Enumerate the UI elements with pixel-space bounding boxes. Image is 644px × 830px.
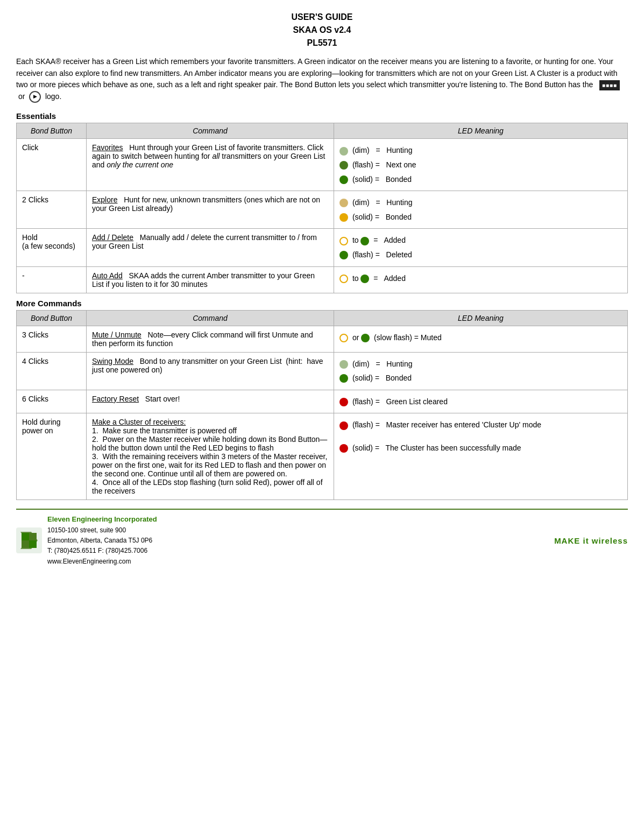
more-commands-title: More Commands: [16, 299, 628, 308]
company-info-section: Eleven Engineering Incorporated 10150-10…: [16, 514, 157, 567]
cmd-title: Favorites: [92, 143, 123, 152]
table-row: 4 Clicks Swing Mode Bond to any transmit…: [17, 352, 628, 390]
company-logo-icon: [16, 527, 42, 553]
cmd-cell: Add / Delete Manually add / delete the c…: [87, 229, 334, 266]
led-red-flash-icon: [339, 421, 348, 430]
cmd-title: Mute / Unmute: [92, 330, 141, 339]
led-green-solid-icon: [360, 237, 369, 245]
cmd-cell: Swing Mode Bond to any transmitter on yo…: [87, 352, 334, 390]
led-green-solid-icon: [339, 374, 348, 383]
led-green-dim-icon: [339, 360, 348, 369]
led-cell: or (slow flash) = Muted: [334, 326, 628, 352]
led-amber-solid-icon: [339, 213, 348, 222]
led-cell: (dim) = Hunting (flash) = Next one (soli…: [334, 139, 628, 191]
bond-cell: 6 Clicks: [17, 390, 87, 413]
led-cell: (dim) = Hunting (solid) = Bonded: [334, 352, 628, 390]
led-amber-dim-icon: [339, 199, 348, 207]
led-cell: to = Added: [334, 266, 628, 293]
bond-cell: Hold(a few seconds): [17, 229, 87, 266]
more-commands-table: Bond Button Command LED Meaning 3 Clicks…: [16, 310, 628, 501]
table-row: Click Favorites Hunt through your Green …: [17, 139, 628, 191]
led-amber-outline-icon: [339, 275, 348, 283]
bond-cell: 3 Clicks: [17, 326, 87, 352]
bond-cell: Hold duringpower on: [17, 413, 87, 500]
led-green-solid-icon: [339, 251, 348, 259]
tagline: MAKE it wireless: [554, 536, 628, 545]
bond-cell: -: [17, 266, 87, 293]
bond-cell: 2 Clicks: [17, 191, 87, 229]
company-address2: Edmonton, Alberta, Canada T5J 0P6: [47, 536, 157, 546]
th-bond-button: Bond Button: [17, 123, 87, 139]
footer: Eleven Engineering Incorporated 10150-10…: [16, 509, 628, 567]
bond-cell: 4 Clicks: [17, 352, 87, 390]
cmd-cell: Factory Reset Start over!: [87, 390, 334, 413]
cmd-title: Swing Mode: [92, 357, 133, 365]
led-green-solid-icon: [361, 334, 370, 342]
cmd-cell: Explore Hunt for new, unknown transmitte…: [87, 191, 334, 229]
company-phone: T: (780)425.6511 F: (780)425.7006: [47, 546, 157, 556]
cmd-cell: Make a Cluster of receivers: 1. Make sur…: [87, 413, 334, 500]
company-address1: 10150-100 street, suite 900: [47, 525, 157, 536]
table-row: 2 Clicks Explore Hunt for new, unknown t…: [17, 191, 628, 229]
cmd-cell: Auto Add SKAA adds the current Amber tra…: [87, 266, 334, 293]
th-bond-button: Bond Button: [17, 310, 87, 326]
essentials-table: Bond Button Command LED Meaning Click Fa…: [16, 123, 628, 293]
bond-cell: Click: [17, 139, 87, 191]
table-row: 6 Clicks Factory Reset Start over! (flas…: [17, 390, 628, 413]
intro-paragraph: Each SKAA® receiver has a Green List whi…: [16, 56, 628, 103]
cmd-cell: Favorites Hunt through your Green List o…: [87, 139, 334, 191]
bond-logo-circle: [29, 91, 41, 103]
svg-rect-3: [29, 533, 37, 540]
page-title: USER'S GUIDE SKAA OS v2.4 PL5571: [16, 11, 628, 50]
led-amber-outline-icon: [339, 334, 348, 342]
svg-rect-5: [29, 540, 37, 548]
led-amber-outline-icon: [339, 237, 348, 245]
th-led-meaning: LED Meaning: [334, 123, 628, 139]
led-cell: (flash) = Master receiver has entered 'C…: [334, 413, 628, 500]
led-cell: to = Added (flash) = Deleted: [334, 229, 628, 266]
cmd-title: Factory Reset: [92, 395, 139, 403]
table-row: Hold duringpower on Make a Cluster of re…: [17, 413, 628, 500]
company-name: Eleven Engineering Incorporated: [47, 514, 157, 525]
th-command: Command: [87, 123, 334, 139]
svg-rect-4: [22, 540, 29, 548]
led-cell: (dim) = Hunting (solid) = Bonded: [334, 191, 628, 229]
svg-rect-2: [22, 533, 29, 540]
led-green-solid-icon: [360, 275, 369, 283]
bond-icon-squares: ■■■■: [599, 80, 620, 91]
cmd-title: Auto Add: [92, 271, 123, 280]
led-red-solid-icon: [339, 444, 348, 453]
table-row: - Auto Add SKAA adds the current Amber t…: [17, 266, 628, 293]
cmd-cell: Mute / Unmute Note—every Click command w…: [87, 326, 334, 352]
led-green-dim-icon: [339, 147, 348, 156]
led-cell: (flash) = Green List cleared: [334, 390, 628, 413]
th-command: Command: [87, 310, 334, 326]
led-green-flash-icon: [339, 161, 348, 170]
company-web: www.ElevenEngineering.com: [47, 557, 157, 567]
table-row: 3 Clicks Mute / Unmute Note—every Click …: [17, 326, 628, 352]
table-row: Hold(a few seconds) Add / Delete Manuall…: [17, 229, 628, 266]
th-led-meaning: LED Meaning: [334, 310, 628, 326]
company-details: Eleven Engineering Incorporated 10150-10…: [47, 514, 157, 567]
cmd-title: Make a Cluster of receivers:: [92, 418, 186, 426]
cmd-title: Explore: [92, 195, 117, 204]
led-red-flash-icon: [339, 398, 348, 406]
led-green-solid-icon: [339, 175, 348, 184]
essentials-title: Essentials: [16, 111, 628, 121]
cmd-title: Add / Delete: [92, 233, 133, 242]
